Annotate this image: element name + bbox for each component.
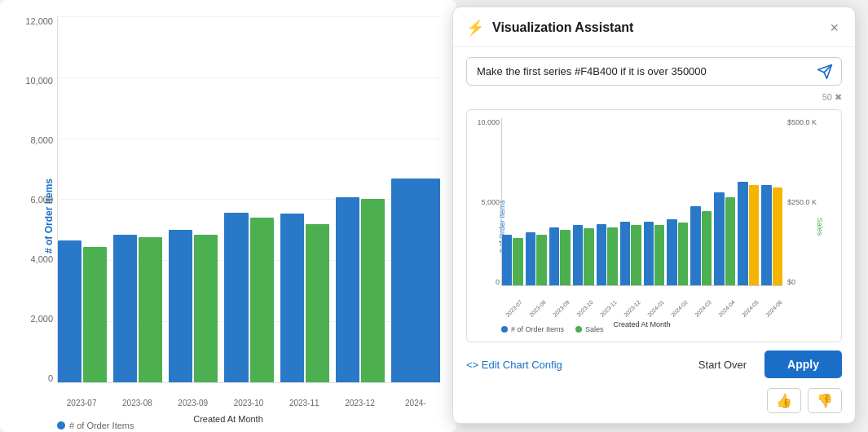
bar-group-1: [113, 235, 162, 382]
legend-dot-blue: [57, 421, 65, 430]
mini-x-label-7: 2024-02: [670, 299, 689, 318]
mini-legend: # of Order Items Sales: [501, 325, 604, 333]
y-label-2: 8,000: [30, 135, 53, 145]
bar-green-1: [139, 237, 162, 383]
mini-bar-green-7: [678, 223, 688, 285]
mini-bar-blue-4: [597, 224, 606, 285]
y-label-1: 10,000: [25, 76, 53, 86]
close-button[interactable]: ×: [826, 19, 842, 37]
legend-label-sales: Sales: [585, 325, 604, 333]
mini-bar-group-10: [738, 182, 759, 285]
bar-group-5: [336, 197, 385, 382]
y-label-5: 2,000: [30, 314, 53, 324]
mini-chart-bars: [501, 118, 782, 286]
mini-x-label-11: 2024-06: [764, 299, 783, 318]
background-chart: # of Order Items 12,000 10,000 8,000 6,0…: [0, 0, 456, 432]
bar-group-6: [391, 179, 440, 382]
mini-x-label-4: 2023-11: [599, 299, 618, 318]
panel-header-left: ⚡ Visualization Assistant: [466, 19, 633, 37]
visualization-panel: ⚡ Visualization Assistant × 50 ✖ # of Or…: [452, 7, 856, 424]
mini-bar-group-9: [714, 192, 735, 285]
bar-green-2: [194, 235, 218, 382]
mini-x-label-3: 2023-10: [575, 299, 594, 318]
bar-blue-1: [113, 235, 137, 382]
mini-bar-green-9: [725, 197, 735, 285]
bar-group-2: [169, 230, 218, 382]
mini-bar-group-11: [761, 185, 782, 286]
mini-bar-green-3: [584, 228, 593, 285]
bar-blue-5: [336, 197, 359, 382]
mini-bar-green-8: [702, 211, 712, 285]
mini-bar-group-4: [597, 224, 618, 285]
mini-y-right-labels: $500.0 K $250.0 K $0: [784, 118, 831, 286]
thumbs-down-button[interactable]: 👎: [808, 388, 842, 413]
mini-bar-green-2: [560, 230, 570, 285]
mini-bar-blue-6: [644, 222, 654, 285]
mini-bar-blue-0: [502, 235, 512, 285]
mini-bar-green-1: [536, 235, 546, 285]
bg-legend: # of Order Items: [57, 421, 134, 430]
bar-group-0: [58, 240, 107, 382]
prompt-row: [466, 57, 842, 86]
thumbs-up-button[interactable]: 👍: [767, 388, 801, 413]
mini-right-axis-title: Sales: [817, 218, 825, 236]
bar-green-3: [250, 218, 274, 382]
legend-dot-sales: [575, 326, 582, 333]
mini-bar-blue-10: [738, 182, 747, 285]
preview-area: # of Order Items 10,000 5,000 0 $500.0 K…: [466, 109, 842, 342]
bar-blue-6: [391, 179, 440, 382]
mini-bar-group-3: [573, 225, 594, 285]
edit-chart-link[interactable]: <> Edit Chart Config: [466, 359, 562, 371]
mini-x-label-0: 2023-07: [504, 299, 523, 318]
legend-dot-orders: [501, 326, 508, 333]
thumb-row: 👍 👎: [453, 388, 855, 423]
bar-green-5: [361, 199, 385, 382]
y-label-0: 12,000: [25, 16, 53, 26]
bar-green-4: [306, 224, 329, 382]
bar-group-4: [280, 214, 329, 382]
prompt-input[interactable]: [467, 58, 809, 85]
mini-bar-blue-9: [714, 192, 724, 285]
mini-bar-blue-3: [573, 225, 583, 285]
mini-x-label-1: 2023-08: [528, 299, 547, 318]
mini-bar-blue-2: [549, 227, 559, 286]
mini-chart: # of Order Items 10,000 5,000 0 $500.0 K…: [477, 118, 831, 335]
bar-blue-4: [280, 214, 304, 382]
mini-bar-group-5: [620, 222, 641, 285]
bar-blue-0: [58, 240, 82, 382]
bar-blue-2: [169, 230, 192, 382]
mini-bar-blue-1: [526, 232, 535, 285]
mini-bar-blue-11: [761, 185, 771, 286]
mini-bar-group-7: [667, 219, 688, 285]
panel-title: Visualization Assistant: [492, 20, 633, 35]
mini-bar-blue-8: [690, 206, 700, 286]
mini-bar-group-8: [690, 206, 712, 286]
mini-bar-blue-7: [667, 219, 676, 285]
mini-bar-group-1: [526, 232, 547, 285]
apply-button[interactable]: Apply: [764, 350, 842, 378]
wand-icon: ⚡: [466, 19, 484, 37]
bar-group-3: [224, 213, 273, 382]
start-over-button[interactable]: Start Over: [689, 352, 756, 377]
mini-x-label-5: 2023-12: [623, 299, 641, 318]
send-icon: [817, 64, 833, 80]
mini-y-left-labels: 10,000 5,000 0: [477, 118, 500, 286]
bg-y-axis-labels: 12,000 10,000 8,000 6,000 4,000 2,000 0: [16, 16, 53, 383]
mini-bar-green-4: [607, 227, 617, 286]
mini-bar-green-6: [654, 225, 664, 285]
mini-bar-group-0: [502, 235, 523, 285]
mini-x-label-2: 2023-09: [552, 299, 571, 318]
bg-chart-bars: [57, 16, 440, 383]
bar-blue-3: [224, 213, 248, 382]
panel-header: ⚡ Visualization Assistant ×: [453, 7, 855, 47]
y-label-4: 4,000: [30, 254, 53, 264]
mini-x-label-8: 2024-03: [694, 299, 712, 318]
mini-bar-green-0: [513, 238, 522, 286]
send-button[interactable]: [809, 59, 841, 85]
y-label-3: 6,000: [30, 195, 53, 205]
mini-bar-gold-11: [773, 187, 782, 285]
char-count: 50 ✖: [466, 92, 842, 103]
legend-item-sales: Sales: [575, 325, 604, 333]
mini-bar-green-5: [631, 225, 641, 285]
mini-x-label-9: 2024-04: [717, 299, 736, 318]
